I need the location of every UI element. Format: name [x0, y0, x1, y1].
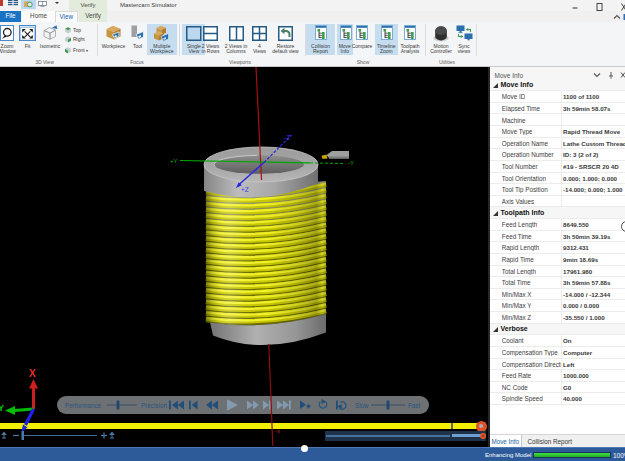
- svg-text:-x: -x: [275, 428, 280, 434]
- svg-text:Y: Y: [0, 403, 4, 413]
- svg-text:X: X: [29, 368, 36, 379]
- svg-text:-Y: -Y: [348, 160, 354, 166]
- svg-text:-Z: -Z: [284, 134, 290, 141]
- svg-text:+Y: +Y: [170, 158, 178, 164]
- svg-text:+Z: +Z: [241, 186, 249, 193]
